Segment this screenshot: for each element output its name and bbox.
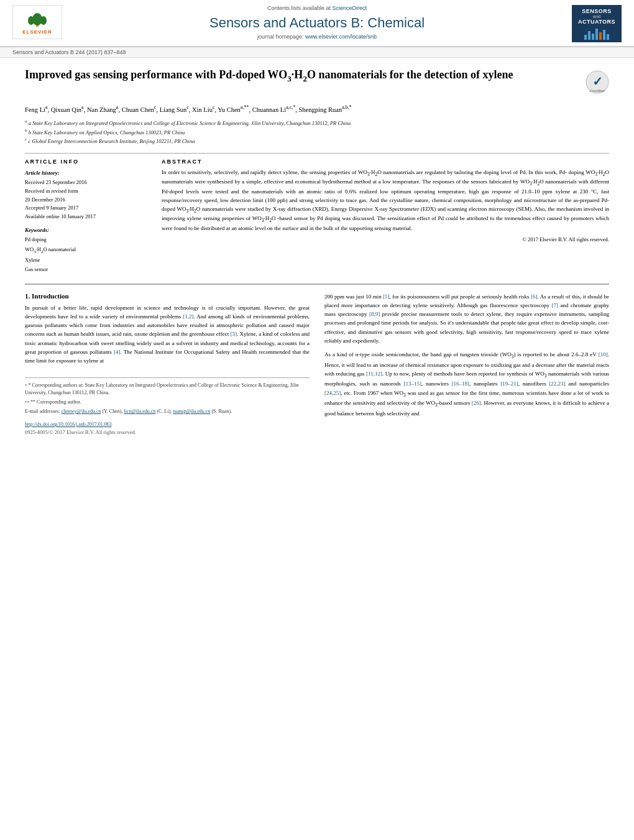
page: ELSEVIER Contents lists available at Sci… (0, 0, 634, 840)
footnote-1: * * Corresponding authors at: State Key … (25, 382, 310, 397)
sensors-logo-title3: ACTUATORS (578, 19, 615, 25)
email-link-3[interactable]: ruansp@jlu.edu.cn (173, 408, 210, 414)
ref-16-18: [16–18] (452, 381, 470, 387)
received-revised-label: Received in revised form (25, 187, 149, 196)
sensors-logo-title2: and (593, 14, 600, 19)
body-columns: 1. Introduction In pursuit of a better l… (25, 292, 609, 436)
bar4 (595, 29, 598, 40)
ref-11-12: [11,12] (366, 371, 382, 377)
ref-24-25: [24,25] (324, 390, 341, 396)
sciencedirect-link[interactable]: ScienceDirect (333, 5, 367, 11)
article-title-section: Improved gas sensing performance with Pd… (25, 68, 609, 98)
journal-homepage-label: journal homepage: www.elsevier.com/locat… (75, 34, 559, 40)
svg-text:CrossMark: CrossMark (590, 89, 605, 93)
elsevier-label: ELSEVIER (22, 29, 52, 35)
main-content: Improved gas sensing performance with Pd… (0, 58, 634, 446)
ref-8-9: [8,9] (369, 311, 380, 317)
keyword-2: WO3·H2O nanomaterial (25, 245, 149, 256)
citation-text: Sensors and Actuators B 244 (2017) 837–8… (12, 49, 126, 55)
bar3 (592, 34, 594, 40)
divider-1 (25, 153, 609, 154)
issn-line: 0925-4005/© 2017 Elsevier B.V. All right… (25, 428, 310, 436)
body-left-col: 1. Introduction In pursuit of a better l… (25, 292, 310, 436)
bar7 (607, 34, 609, 40)
article-info-heading: ARTICLE INFO (25, 159, 149, 165)
sensors-actuators-logo: SENSORS and ACTUATORS (572, 5, 622, 42)
affiliation-b: b b State Key Laboratory on Applied Opti… (25, 127, 609, 137)
available-entry: Available online 10 January 2017 (25, 213, 149, 221)
copyright: © 2017 Elsevier B.V. All rights reserved… (162, 236, 609, 242)
abstract-col: ABSTRACT In order to sensitively, select… (162, 159, 609, 275)
journal-title: Sensors and Actuators B: Chemical (75, 15, 559, 31)
keyword-3: Xylene (25, 256, 149, 265)
journal-homepage-link[interactable]: www.elsevier.com/locate/snb (305, 34, 377, 40)
email-link-2[interactable]: licn@jlu.edu.cn (124, 408, 155, 414)
contents-available: Contents lists available at ScienceDirec… (75, 5, 559, 11)
footnote-emails: E-mail addresses: chenwy@jlu.edu.cn (Y. … (25, 408, 310, 415)
ref-4: [4] (114, 349, 121, 355)
svg-text:✓: ✓ (592, 75, 603, 88)
authors: Feng Lia, Qixuan Qina, Nan Zhanga, Chuan… (25, 104, 609, 114)
received-entry: Received 23 September 2016 (25, 178, 149, 187)
bar1 (584, 35, 587, 40)
bar5 (599, 32, 602, 40)
affiliation-a: a a State Key Laboratory on Integrated O… (25, 118, 609, 127)
article-info-abstract: ARTICLE INFO Article history: Received 2… (25, 159, 609, 275)
keyword-1: Pd doping (25, 235, 149, 244)
intro-paragraph-1: In pursuit of a better life, rapid devel… (25, 303, 310, 366)
ref-19-21: [19–21] (500, 381, 518, 387)
sensors-logo-title1: SENSORS (582, 8, 612, 14)
keyword-4: Gas sensor (25, 265, 149, 274)
affiliation-c: c c Global Energy Interconnection Resear… (25, 136, 609, 145)
body-divider (25, 284, 609, 285)
ref-22-23: [22,23] (549, 381, 565, 387)
abstract-heading: ABSTRACT (162, 159, 609, 165)
header-center: Contents lists available at ScienceDirec… (62, 5, 572, 40)
elsevier-logo: ELSEVIER (12, 5, 62, 39)
ref-1-2: [1,2] (183, 313, 193, 320)
keywords-label: Keywords: (25, 227, 149, 233)
header-top: ELSEVIER Contents lists available at Sci… (12, 5, 622, 42)
intro-paragraph-3: As a kind of n-type oxide semiconductor,… (324, 350, 609, 418)
footnote-2: ** ** Corresponding author. (25, 399, 310, 406)
ref-26: [26] (472, 400, 481, 406)
ref-5: [5] (383, 293, 390, 300)
abstract-text: In order to sensitively, selectively, an… (162, 168, 609, 233)
affiliations: a a State Key Laboratory on Integrated O… (25, 118, 609, 145)
ref-6: [6] (531, 293, 538, 300)
ref-10: [10] (599, 351, 608, 358)
doi-link[interactable]: http://dx.doi.org/10.1016/j.snb.2017.01.… (25, 422, 112, 427)
intro-heading: 1. Introduction (25, 292, 310, 300)
ref-13-15: [13–15] (404, 381, 422, 387)
crossmark-icon: ✓ CrossMark (586, 70, 609, 94)
svg-point-3 (40, 16, 47, 25)
svg-point-2 (28, 16, 34, 25)
header: ELSEVIER Contents lists available at Sci… (0, 0, 634, 47)
intro-paragraph-2: 200 ppm was just 10 min [5], for its poi… (324, 292, 609, 345)
ref-3: [3] (231, 331, 237, 337)
citation-bar: Sensors and Actuators B 244 (2017) 837–8… (0, 47, 634, 58)
doi-line: http://dx.doi.org/10.1016/j.snb.2017.01.… (25, 420, 310, 428)
revised-date: 20 December 2016 (25, 196, 149, 205)
article-info-col: ARTICLE INFO Article history: Received 2… (25, 159, 149, 275)
email-link-1[interactable]: chenwy@jlu.edu.cn (62, 408, 101, 414)
footnote-area: * * Corresponding authors at: State Key … (25, 377, 310, 436)
ref-7: [7] (551, 302, 558, 308)
body-right-col: 200 ppm was just 10 min [5], for its poi… (324, 292, 609, 436)
sensors-logo-bars (584, 27, 609, 40)
bar2 (588, 31, 590, 40)
bar6 (603, 30, 605, 40)
article-title: Improved gas sensing performance with Pd… (25, 68, 586, 84)
history-label: Article history: (25, 168, 149, 177)
accepted-entry: Accepted 9 January 2017 (25, 204, 149, 213)
keywords-section: Keywords: Pd doping WO3·H2O nanomaterial… (25, 227, 149, 274)
article-history: Article history: Received 23 September 2… (25, 168, 149, 221)
